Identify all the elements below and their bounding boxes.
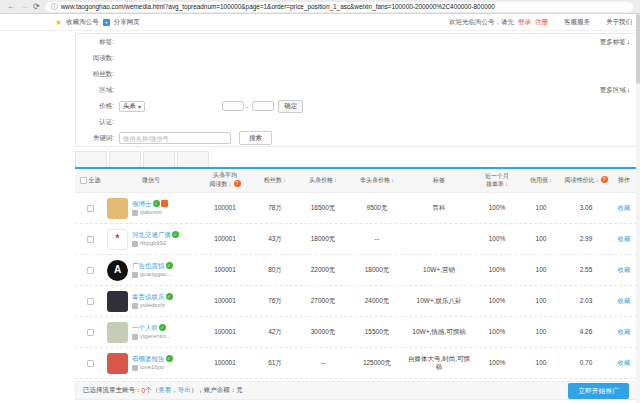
filter-option[interactable] — [150, 105, 156, 107]
filter-option[interactable] — [229, 89, 235, 91]
filter-option[interactable] — [189, 73, 195, 75]
filter-option[interactable] — [119, 57, 125, 59]
filter-option[interactable] — [170, 105, 176, 107]
tab[interactable] — [75, 151, 107, 167]
filter-option[interactable] — [199, 89, 205, 91]
col-credit[interactable]: 信用值↓ — [521, 175, 561, 187]
filter-option[interactable] — [179, 73, 185, 75]
login-link[interactable]: 登录 — [518, 18, 531, 27]
row-checkbox[interactable] — [87, 298, 94, 305]
filter-option[interactable] — [209, 41, 215, 43]
col-headline-price[interactable]: 头条价格↓ — [297, 175, 349, 187]
filter-option[interactable] — [219, 41, 225, 43]
col-non-headline-price[interactable]: 非头条价格↓ — [349, 175, 405, 187]
filter-option[interactable] — [149, 89, 155, 91]
col-avg-reads[interactable]: 头条平均 阅读数↓? — [197, 170, 253, 191]
row-checkbox[interactable] — [87, 267, 94, 274]
col-weixin[interactable]: 微信号 — [105, 175, 197, 187]
collect-link[interactable]: 收藏 — [618, 328, 631, 335]
filter-option[interactable] — [129, 41, 135, 43]
tab[interactable] — [143, 151, 175, 167]
view-selected-link[interactable]: 查看 — [158, 386, 171, 395]
filter-option[interactable] — [119, 41, 125, 43]
filter-option[interactable] — [199, 41, 205, 43]
filter-option[interactable] — [119, 89, 125, 91]
tab[interactable] — [177, 151, 209, 167]
filter-option[interactable] — [229, 41, 235, 43]
col-read-ratio[interactable]: 阅读性价比↓? — [561, 174, 611, 187]
page-info-icon[interactable]: ⓘ — [51, 2, 58, 12]
collect-link[interactable]: 收藏 — [618, 204, 631, 211]
filter-option[interactable] — [129, 121, 135, 123]
account-name-link[interactable]: 广告也震惊 — [132, 262, 165, 270]
customer-service-link[interactable]: 客服服务 — [564, 18, 590, 27]
filter-option[interactable] — [179, 57, 185, 59]
more-regions-link[interactable]: 更多区域↓ — [600, 86, 630, 95]
scrollbar-thumb[interactable] — [636, 14, 640, 84]
account-name-link[interactable]: 一个人听 — [132, 324, 158, 332]
filter-option[interactable] — [119, 121, 125, 123]
filter-option[interactable] — [169, 57, 175, 59]
reload-button[interactable]: ⟳ — [33, 3, 40, 11]
filter-option[interactable] — [190, 105, 196, 107]
filter-option[interactable] — [249, 89, 255, 91]
filter-option[interactable] — [219, 89, 225, 91]
forward-button[interactable]: → — [20, 3, 28, 11]
filter-option[interactable] — [139, 73, 145, 75]
filter-option[interactable] — [189, 57, 195, 59]
help-icon[interactable]: ? — [234, 180, 241, 187]
filter-option[interactable] — [129, 73, 135, 75]
filter-option[interactable] — [160, 105, 166, 107]
back-button[interactable]: ← — [7, 3, 15, 11]
filter-option[interactable] — [159, 41, 165, 43]
filter-option[interactable] — [169, 73, 175, 75]
filter-option[interactable] — [139, 41, 145, 43]
account-name-link[interactable]: 石榴婆报告 — [132, 355, 165, 363]
filter-option[interactable] — [159, 73, 165, 75]
filter-option[interactable] — [169, 41, 175, 43]
help-icon[interactable]: ? — [601, 176, 608, 183]
col-order-rate[interactable]: 近一个月 接单率↓ — [473, 171, 521, 191]
filter-option[interactable] — [169, 89, 175, 91]
keyword-input[interactable] — [119, 132, 231, 144]
filter-option[interactable] — [149, 41, 155, 43]
scrollbar[interactable] — [636, 14, 640, 403]
filter-option[interactable] — [189, 41, 195, 43]
filter-option[interactable] — [139, 57, 145, 59]
price-position-select[interactable]: 头条 ▾ — [119, 101, 145, 112]
search-button[interactable]: 搜索 — [239, 131, 272, 145]
row-checkbox[interactable] — [87, 205, 94, 212]
filter-option[interactable] — [139, 89, 145, 91]
filter-option[interactable] — [180, 105, 186, 107]
export-selected-link[interactable]: 导出 — [178, 386, 191, 395]
filter-option[interactable] — [210, 105, 216, 107]
more-tags-link[interactable]: 更多标签↓ — [600, 38, 630, 47]
filter-option[interactable] — [199, 73, 205, 75]
row-checkbox[interactable] — [87, 236, 94, 243]
select-all-checkbox[interactable] — [80, 177, 87, 184]
row-checkbox[interactable] — [87, 329, 94, 336]
filter-option[interactable] — [129, 89, 135, 91]
url-bar[interactable]: ⓘ www.taogonghao.com/wemedia.html?avg_to… — [45, 2, 633, 12]
tab[interactable] — [109, 151, 141, 167]
collect-link[interactable]: 收藏 — [618, 359, 631, 366]
filter-option[interactable] — [149, 73, 155, 75]
filter-option[interactable] — [179, 89, 185, 91]
account-name-link[interactable]: 毒舌说娱乐 — [132, 293, 165, 301]
filter-option[interactable] — [189, 89, 195, 91]
account-name-link[interactable]: 河北交通广播 — [132, 231, 171, 239]
filter-option[interactable] — [200, 105, 206, 107]
collect-link[interactable]: 收藏 — [618, 235, 631, 242]
filter-option[interactable] — [239, 89, 245, 91]
start-promotion-button[interactable]: 立即开始推广 — [568, 383, 629, 399]
price-max-input[interactable] — [252, 101, 274, 111]
filter-option[interactable] — [209, 89, 215, 91]
favorite-site-link[interactable]: 收藏淘公号 — [66, 18, 99, 27]
col-fans[interactable]: 粉丝数↓ — [253, 175, 297, 187]
filter-option[interactable] — [149, 57, 155, 59]
row-checkbox[interactable] — [87, 360, 94, 367]
share-page-link[interactable]: 分享网页 — [114, 18, 140, 27]
filter-option[interactable] — [239, 41, 245, 43]
price-min-input[interactable] — [222, 101, 244, 111]
filter-option[interactable] — [159, 89, 165, 91]
